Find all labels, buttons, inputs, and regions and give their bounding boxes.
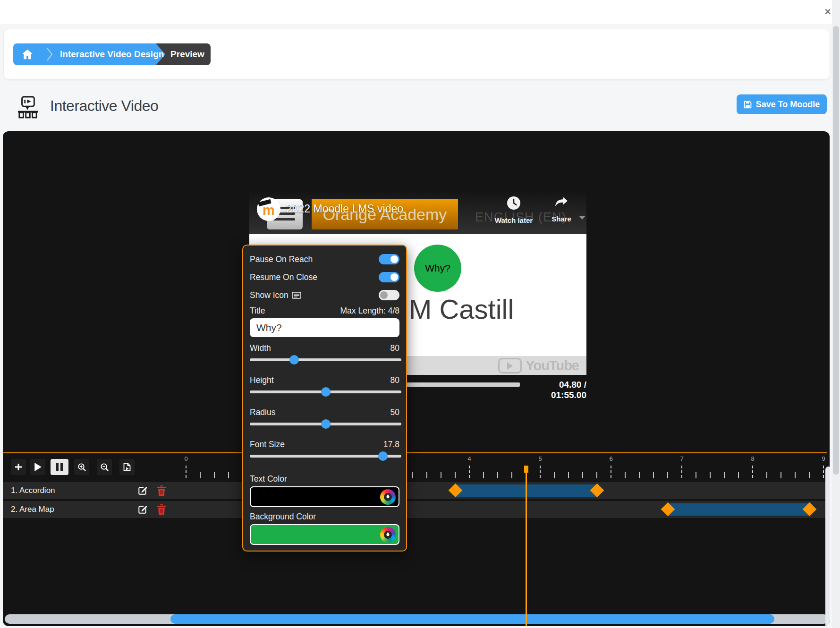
ruler-major-tick xyxy=(681,466,682,478)
width-label: Width xyxy=(250,343,271,353)
scrollbar-thumb[interactable] xyxy=(170,614,774,624)
watch-later-button[interactable]: Watch later xyxy=(491,196,536,224)
ruler-minor-tick xyxy=(582,472,583,478)
interaction-bubble[interactable]: Why? xyxy=(414,245,461,292)
playhead[interactable] xyxy=(526,466,527,626)
ruler-minor-tick xyxy=(710,472,711,478)
edit-icon[interactable] xyxy=(137,504,148,515)
home-icon[interactable] xyxy=(22,49,33,59)
pause-on-reach-toggle[interactable] xyxy=(379,254,399,264)
zoom-out-button[interactable] xyxy=(97,459,112,475)
ruler-major-tick xyxy=(469,466,470,478)
share-button[interactable]: Share xyxy=(547,196,576,223)
eyedropper-icon xyxy=(386,494,390,500)
ruler-label: 5 xyxy=(538,455,542,462)
ruler-minor-tick xyxy=(228,472,229,478)
radius-slider[interactable] xyxy=(250,419,401,429)
video-title[interactable]: 2022 Moodle LMS video xyxy=(286,203,403,215)
ruler-minor-tick xyxy=(511,472,512,478)
show-icon-toggle[interactable] xyxy=(379,290,399,300)
zoom-in-icon xyxy=(77,463,86,472)
ruler-minor-tick xyxy=(412,472,413,478)
ruler-label: 7 xyxy=(680,455,683,462)
add-interaction-button[interactable] xyxy=(11,459,26,475)
height-slider[interactable] xyxy=(250,387,401,397)
edit-icon[interactable] xyxy=(137,485,148,496)
ruler-minor-tick xyxy=(667,472,668,478)
ruler-minor-tick xyxy=(497,472,498,478)
page-scrollbar-thumb[interactable] xyxy=(833,26,839,475)
breadcrumb-item-preview[interactable]: Preview xyxy=(166,43,209,65)
background-color-swatch[interactable] xyxy=(250,524,399,545)
save-to-moodle-button[interactable]: Save To Moodle xyxy=(737,94,827,114)
app-window: × Interactive Video Design Preview Inter… xyxy=(0,0,840,628)
page-scrollbar[interactable] xyxy=(832,0,840,628)
toggle-label: Resume On Close xyxy=(250,272,317,282)
ruler-major-tick xyxy=(611,466,611,478)
eyedropper-icon xyxy=(386,532,390,538)
track-label: 1. Accordion xyxy=(11,482,55,499)
ruler-minor-tick xyxy=(625,472,626,478)
slide-text: M Castill xyxy=(409,293,514,325)
media-file-icon xyxy=(123,463,131,471)
text-color-swatch[interactable] xyxy=(250,486,399,507)
font-size-label: Font Size xyxy=(250,440,285,449)
youtube-logo-icon xyxy=(498,358,522,373)
ruler-label: 6 xyxy=(609,455,612,462)
page-title: Interactive Video xyxy=(50,97,158,115)
toggle-row-show-icon: Show Icon xyxy=(250,288,399,302)
track-row-accordion: 1. Accordion xyxy=(3,482,827,499)
ruler-minor-tick xyxy=(809,472,810,478)
ruler-minor-tick xyxy=(653,472,654,478)
ruler-minor-tick xyxy=(214,472,215,478)
color-wheel-icon[interactable] xyxy=(380,527,396,543)
zoom-in-button[interactable] xyxy=(74,459,89,475)
track-bar[interactable] xyxy=(668,503,809,516)
radius-value: 50 xyxy=(390,406,399,418)
pause-button[interactable] xyxy=(51,459,68,475)
radius-label: Radius xyxy=(250,407,275,417)
moodle-logo: m xyxy=(257,197,280,221)
editor-stage: m Orange Academy 2022 Moodle LMS video E… xyxy=(3,131,830,626)
clock-icon xyxy=(507,196,521,210)
interactive-video-icon xyxy=(17,96,38,119)
track-label: 2. Area Map xyxy=(11,501,54,518)
title-label: Title xyxy=(250,306,265,315)
delete-icon[interactable] xyxy=(157,504,166,515)
width-slider[interactable] xyxy=(250,355,401,365)
save-icon xyxy=(744,101,752,109)
chevron-down-icon[interactable] xyxy=(579,216,585,223)
title-input[interactable] xyxy=(250,318,399,337)
width-value: 80 xyxy=(390,342,399,354)
ruler-minor-tick xyxy=(781,472,781,478)
timeline-horizontal-scrollbar[interactable] xyxy=(5,614,829,624)
toggle-row-pause-on-reach: Pause On Reach xyxy=(250,252,399,266)
font-size-slider[interactable] xyxy=(250,451,401,461)
ruler-minor-tick xyxy=(738,472,739,478)
play-icon xyxy=(34,463,42,471)
ruler-minor-tick xyxy=(639,472,640,478)
play-button[interactable] xyxy=(30,459,45,475)
font-size-value: 17.8 xyxy=(383,438,399,450)
toggle-row-resume-on-close: Resume On Close xyxy=(250,270,399,284)
color-wheel-icon[interactable] xyxy=(380,489,396,505)
background-color-label: Background Color xyxy=(250,512,316,521)
breadcrumb-item-design[interactable]: Interactive Video Design xyxy=(60,43,164,65)
breadcrumb-chevron-icon xyxy=(46,47,53,61)
export-file-button[interactable] xyxy=(119,459,135,475)
text-color-label: Text Color xyxy=(250,474,287,484)
ruler-label: 0 xyxy=(184,455,187,462)
timeline-border xyxy=(3,452,827,453)
ruler-major-tick xyxy=(540,466,541,478)
ruler-minor-tick xyxy=(455,472,456,478)
timeline-vertical-scrollbar[interactable] xyxy=(825,467,830,626)
ruler-minor-tick xyxy=(724,472,725,478)
ruler-major-tick xyxy=(186,466,187,478)
ruler-label: 8 xyxy=(751,455,754,462)
video-time-display: 04.80 / 01:55.00 xyxy=(525,380,586,400)
delete-icon[interactable] xyxy=(157,485,166,496)
resume-on-close-toggle[interactable] xyxy=(379,272,399,282)
ruler-minor-tick xyxy=(568,472,569,478)
ruler-minor-tick xyxy=(766,472,767,478)
ruler-minor-tick xyxy=(200,472,201,478)
